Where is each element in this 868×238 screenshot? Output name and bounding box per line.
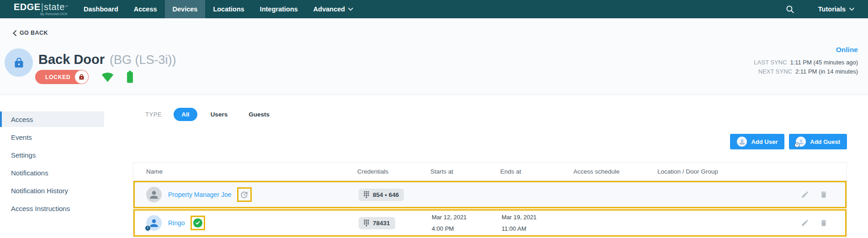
highlight-box [237,187,252,202]
highlight-box [191,216,205,230]
last-sync-label: LAST SYNC [754,59,787,66]
delete-button[interactable] [820,190,828,199]
user-icon [737,137,747,147]
next-sync-value: 2:11 PM (in 14 minutes) [795,68,858,75]
table-row-property-manager-joe: Property Manager Joe 854 • 646 [133,181,847,208]
sidebar-item-events[interactable]: Events [0,129,104,145]
nav-item-advanced[interactable]: Advanced [306,0,361,18]
top-navbar: EDGE|state™ By RemoteLOCK Dashboard Acce… [0,0,868,18]
ends-at-time: 11:00 AM [502,223,575,234]
guest-icon [796,137,806,147]
go-back-link[interactable]: GO BACK [13,30,48,36]
add-user-button[interactable]: Add User [730,134,784,149]
chevron-down-icon [348,8,353,11]
sidebar-item-access[interactable]: Access [0,111,104,127]
trash-icon [820,219,828,227]
nav-item-access[interactable]: Access [126,0,165,18]
synced-check-icon [193,218,203,228]
last-sync-row: LAST SYNC1:11 PM (45 minutes ago) [754,58,858,67]
keypad-icon [364,219,369,227]
delete-button[interactable] [820,219,828,227]
sidebar-item-settings[interactable]: Settings [0,147,104,163]
main-nav: Dashboard Access Devices Locations Integ… [76,0,361,18]
user-name-link[interactable]: Property Manager Joe [168,191,232,198]
clock-icon [794,143,799,148]
trash-icon [820,190,828,199]
pending-sync-icon [240,190,249,199]
last-sync-value: 1:11 PM (45 minutes ago) [790,59,858,66]
access-table: Name Credentials Starts at Ends at Acces… [133,162,847,238]
connection-status: Online [754,46,858,54]
logo-wordmark: EDGE|state™ [14,2,68,11]
page-title: Back Door [38,52,105,67]
wifi-signal-icon [101,72,114,82]
credential-chip: 854 • 646 [359,189,404,201]
user-avatar [146,187,162,202]
logo-byline: By RemoteLOCK [14,12,68,16]
clock-badge-icon [145,225,151,231]
add-guest-button[interactable]: Add Guest [789,134,847,149]
sidebar-item-notifications[interactable]: Notifications [0,165,104,180]
table-row-ringo: Ringo 78431 Mar 12, 2021 4:00 PM Mar 19,… [133,209,847,237]
filter-pill-guests[interactable]: Guests [241,108,277,121]
starts-at-date: Mar 12, 2021 [432,212,502,223]
column-header-name: Name [133,168,357,175]
sidebar-item-notification-history[interactable]: Notification History [0,183,104,198]
column-header-credentials: Credentials [357,168,430,175]
column-header-location-door-group: Location / Door Group [657,168,792,175]
device-model: (BG (LS-3i)) [110,53,176,67]
edit-button[interactable] [801,190,809,199]
pencil-icon [801,219,809,227]
guest-avatar [146,215,162,231]
device-lock-avatar [5,48,33,77]
access-panel: TYPE All Users Guests Add User Add Guest… [133,95,847,238]
device-sidebar: Access Events Settings Notifications Not… [0,95,104,238]
type-filter-label: TYPE [145,111,162,118]
next-sync-label: NEXT SYNC [758,68,792,75]
edit-button[interactable] [801,219,809,227]
locked-status-badge: LOCKED [35,70,89,84]
edgestate-logo[interactable]: EDGE|state™ By RemoteLOCK [14,0,68,18]
type-filter: TYPE All Users Guests [133,108,847,121]
ends-at-date: Mar 19, 2021 [502,212,575,223]
filter-pill-all[interactable]: All [174,108,197,121]
sidebar-item-access-instructions[interactable]: Access Instructions [0,201,104,216]
filter-pill-users[interactable]: Users [203,108,236,121]
battery-icon [127,71,133,83]
pencil-icon [801,190,809,199]
device-header: GO BACK Back Door (BG (LS-3i)) LOCKED On… [0,18,868,95]
chevron-down-icon [849,8,854,11]
keypad-icon [364,191,369,198]
table-header: Name Credentials Starts at Ends at Acces… [133,163,847,181]
tutorials-menu[interactable]: Tutorials [818,5,854,13]
nav-item-locations[interactable]: Locations [205,0,252,18]
back-chevron-icon [13,30,16,36]
credential-chip: 78431 [359,217,395,229]
search-button[interactable] [786,5,794,14]
locked-lock-icon [75,70,88,84]
starts-at-time: 4:00 PM [432,223,502,234]
nav-item-devices[interactable]: Devices [165,0,206,18]
nav-item-dashboard[interactable]: Dashboard [76,0,126,18]
search-icon [786,5,794,14]
column-header-access-schedule: Access schedule [573,168,657,175]
nav-item-integrations[interactable]: Integrations [252,0,306,18]
column-header-ends-at: Ends at [500,168,573,175]
guest-name-link[interactable]: Ringo [168,219,185,227]
column-header-starts-at: Starts at [430,168,500,175]
next-sync-row: NEXT SYNC2:11 PM (in 14 minutes) [754,67,858,76]
lock-icon [13,57,25,69]
